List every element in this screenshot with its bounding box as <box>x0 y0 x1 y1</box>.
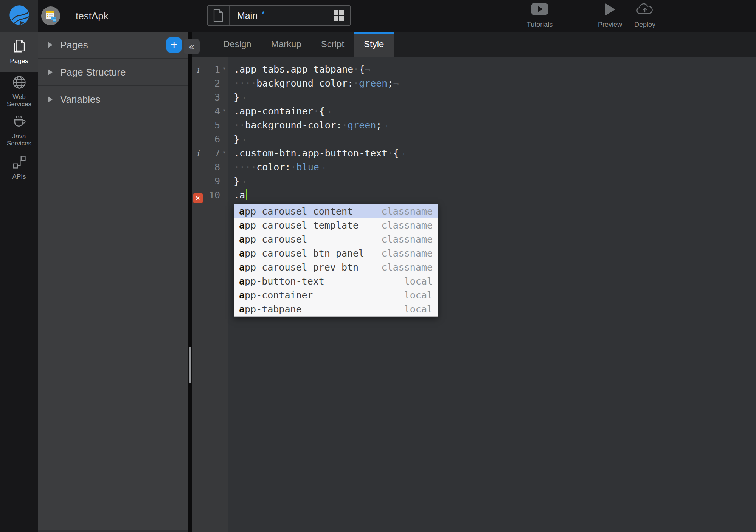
panel-editor-divider <box>188 32 192 532</box>
collapse-panel-button[interactable]: « <box>184 39 200 54</box>
code-text: }¬ <box>228 132 245 146</box>
code-token: { <box>319 106 325 117</box>
rail-item-java-services[interactable]: Java Services <box>0 111 38 150</box>
autocomplete-item-type: classname <box>382 262 433 273</box>
line-number: 8 <box>203 160 220 174</box>
unsaved-marker: * <box>261 9 265 20</box>
code-line[interactable]: 9}¬ <box>192 174 756 188</box>
fold-icon[interactable]: ▾ <box>222 65 226 72</box>
code-token: background-color: <box>245 120 342 131</box>
code-line[interactable]: i1▾.app-tabs.app-tabpane·{¬ <box>192 62 756 76</box>
autocomplete-item[interactable]: app-carousel-contentclassname <box>234 204 438 218</box>
line-number: 6 <box>203 132 220 146</box>
deploy-button[interactable]: Deploy <box>628 3 662 29</box>
code-token: ; <box>376 120 382 131</box>
autocomplete-item-type: local <box>404 304 433 315</box>
tab-markup[interactable]: Markup <box>261 32 311 57</box>
gutter-info-cell <box>192 118 203 132</box>
code-token: ···· <box>234 162 256 173</box>
autocomplete-item[interactable]: app-containerlocal <box>234 288 438 302</box>
section-label: Pages <box>60 39 88 51</box>
autocomplete-item-name: app-carousel-prev-btn <box>239 262 359 273</box>
code-token: { <box>393 148 399 159</box>
code-text: }¬ <box>228 174 245 188</box>
section-label: Variables <box>60 94 100 105</box>
line-number: 3 <box>203 90 220 104</box>
code-token: blue <box>297 162 319 173</box>
brand-logo[interactable] <box>0 0 38 32</box>
code-token: .app-container <box>234 106 314 117</box>
autocomplete-item[interactable]: app-carousel-prev-btnclassname <box>234 260 438 274</box>
code-token: · <box>291 162 297 173</box>
grid-view-icon[interactable] <box>333 6 350 25</box>
panel-scrollbar[interactable] <box>189 347 191 383</box>
section-variables[interactable]: Variables <box>38 86 188 113</box>
code-token: green <box>359 78 387 89</box>
autocomplete-item-type: local <box>404 276 433 287</box>
gutter-fold-cell: ▾ <box>220 104 228 118</box>
code-line[interactable]: i7▾.custom-btn.app-button-text·{¬ <box>192 146 756 160</box>
code-line[interactable]: 6}¬ <box>192 132 756 146</box>
code-line[interactable]: 3}¬ <box>192 90 756 104</box>
autocomplete-item[interactable]: app-carousel-templateclassname <box>234 218 438 232</box>
preview-button[interactable]: Preview <box>593 3 627 29</box>
gutter-info-cell <box>192 132 203 146</box>
gutter-fold-cell: ▾ <box>220 62 228 76</box>
code-token: .app-tabs.app-tabpane <box>234 64 353 75</box>
project-panel: Pages + Page Structure Variables <box>38 32 188 530</box>
rail-item-apis[interactable]: APIs <box>0 150 38 184</box>
rail-item-web-services[interactable]: Web Services <box>0 72 38 111</box>
code-line[interactable]: 8····color:·blue¬ <box>192 160 756 174</box>
chevron-right-icon <box>48 96 53 102</box>
code-token: · <box>353 64 359 75</box>
autocomplete-item[interactable]: app-button-textlocal <box>234 274 438 288</box>
code-line[interactable]: 5··background-color:·green;¬ <box>192 118 756 132</box>
error-icon[interactable]: ✕ <box>193 193 203 203</box>
line-number: 5 <box>203 118 220 132</box>
tutorials-label: Tutorials <box>527 21 553 29</box>
autocomplete-item-type: classname <box>382 234 433 245</box>
fold-icon[interactable]: ▾ <box>222 148 226 156</box>
gutter-fold-cell <box>220 160 228 174</box>
code-token: green <box>348 120 376 131</box>
code-token: ¬ <box>399 148 405 159</box>
autocomplete-item-name: app-container <box>239 290 313 301</box>
autocomplete-item-name: app-carousel-content <box>239 206 353 217</box>
code-editor: i1▾.app-tabs.app-tabpane·{¬2····backgrou… <box>192 57 756 202</box>
rail-label: Java Services <box>0 133 38 147</box>
section-pages[interactable]: Pages + <box>38 32 188 59</box>
autocomplete-item[interactable]: app-tabpanelocal <box>234 302 438 316</box>
code-line[interactable]: 4▾.app-container·{¬ <box>192 104 756 118</box>
rail-item-pages[interactable]: Pages <box>0 32 38 72</box>
code-line[interactable]: 2····background-color:·green;¬ <box>192 76 756 90</box>
gutter-fold-cell <box>220 174 228 188</box>
rail-label: Pages <box>10 57 28 65</box>
code-token: ¬ <box>365 64 370 75</box>
tab-script[interactable]: Script <box>311 32 354 57</box>
section-page-structure[interactable]: Page Structure <box>38 59 188 86</box>
gutter-fold-cell <box>220 118 228 132</box>
chevron-right-icon <box>48 69 53 75</box>
top-bar: testApk Main * Tutorials <box>0 0 756 32</box>
tab-design[interactable]: Design <box>213 32 261 57</box>
info-icon[interactable]: i <box>196 65 199 74</box>
code-token: · <box>314 106 319 117</box>
gutter-info-cell <box>192 76 203 90</box>
code-text: .custom-btn.app-button-text·{¬ <box>228 146 405 160</box>
open-page-selector[interactable]: Main * <box>207 5 351 26</box>
pages-icon <box>12 39 26 55</box>
gutter-info-cell <box>192 174 203 188</box>
globe-icon <box>12 75 26 91</box>
fold-icon[interactable]: ▾ <box>222 107 226 114</box>
line-number: 4 <box>203 104 220 118</box>
tab-style[interactable]: Style <box>354 32 394 57</box>
line-number: 1 <box>203 62 220 76</box>
autocomplete-item[interactable]: app-carousel-btn-panelclassname <box>234 246 438 260</box>
code-line[interactable]: ✕10.a <box>192 188 756 202</box>
autocomplete-item[interactable]: app-carouselclassname <box>234 232 438 246</box>
autocomplete-item-name: app-carousel-btn-panel <box>239 248 364 259</box>
info-icon[interactable]: i <box>196 149 199 158</box>
tutorials-button[interactable]: Tutorials <box>523 3 557 29</box>
add-page-button[interactable]: + <box>166 37 182 53</box>
autocomplete-item-type: classname <box>382 206 433 217</box>
